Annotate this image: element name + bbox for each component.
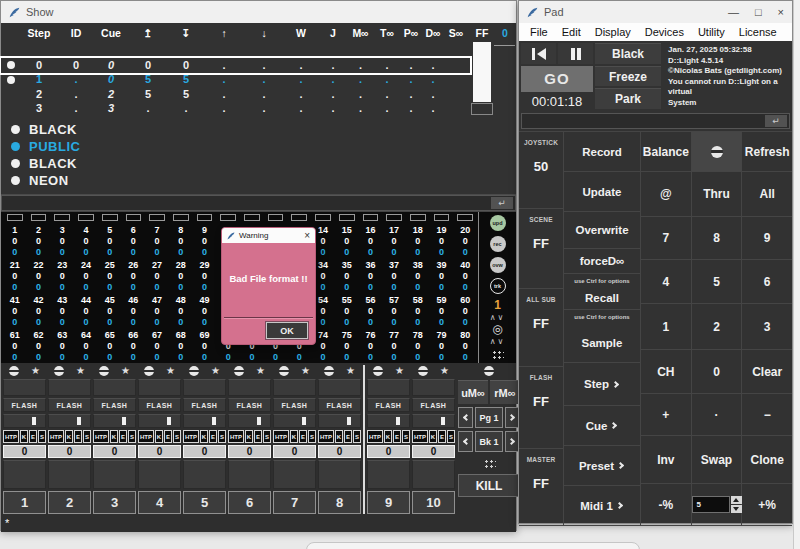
bank-prev-button[interactable] — [458, 431, 473, 452]
spinner[interactable]: 5 — [692, 496, 742, 513]
ball-icon[interactable] — [9, 366, 19, 376]
key-2[interactable]: 2 — [692, 304, 743, 349]
strip-display[interactable] — [273, 379, 316, 396]
strip-display[interactable] — [138, 379, 181, 396]
black-button[interactable]: Black — [595, 43, 661, 64]
action-button-midi-1[interactable]: Midi 1 — [564, 486, 640, 526]
ball-icon[interactable] — [189, 366, 199, 376]
action-button-sample[interactable]: Sample — [564, 323, 640, 363]
park-button[interactable]: Park — [595, 88, 661, 109]
e-button[interactable]: E — [344, 430, 352, 443]
strip-slider[interactable] — [93, 414, 136, 428]
htp-button[interactable]: HTP — [93, 430, 109, 443]
channel-cell[interactable]: 2700 — [145, 260, 169, 293]
zero-slider-track[interactable] — [494, 45, 515, 46]
strip-button[interactable] — [48, 460, 91, 489]
key-8[interactable]: 8 — [692, 217, 743, 259]
freeze-button[interactable]: Freeze — [595, 66, 661, 87]
grid-view-icon[interactable] — [491, 349, 504, 361]
k-button[interactable]: K — [335, 430, 343, 443]
channel-cell[interactable]: 3700 — [382, 260, 406, 293]
channel-cell[interactable]: 7500 — [335, 330, 359, 363]
enter-icon[interactable]: ↵ — [765, 115, 787, 127]
k-button[interactable]: K — [200, 430, 208, 443]
close-button[interactable]: × — [778, 6, 784, 18]
ball-icon[interactable] — [484, 366, 494, 376]
channel-cell[interactable]: 700 — [145, 225, 169, 258]
e-button[interactable]: E — [74, 430, 82, 443]
k-button[interactable]: K — [245, 430, 253, 443]
s-button[interactable]: S — [308, 430, 316, 443]
strip-slider[interactable] — [228, 414, 271, 428]
star-icon[interactable]: ★ — [166, 366, 175, 376]
strip-button[interactable] — [3, 460, 46, 489]
s-button[interactable]: S — [402, 430, 410, 443]
key-All[interactable]: All — [742, 172, 792, 216]
strip-slider[interactable] — [318, 414, 361, 428]
channel-cell[interactable]: 7800 — [406, 330, 430, 363]
channel-cell[interactable]: 300 — [50, 225, 74, 258]
channel-cell[interactable]: 200 — [27, 225, 51, 258]
strip-button[interactable] — [273, 460, 316, 489]
channel-cell[interactable]: 2300 — [50, 260, 74, 293]
e-button[interactable]: E — [393, 430, 401, 443]
strip-display[interactable] — [183, 379, 226, 396]
channel-cell[interactable]: 2600 — [122, 260, 146, 293]
menu-license[interactable]: License — [732, 26, 784, 38]
strip-slider[interactable] — [48, 414, 91, 428]
flash-button[interactable]: FLASH — [3, 398, 46, 412]
key-Balance[interactable]: Balance — [641, 132, 692, 171]
k-button[interactable]: K — [110, 430, 118, 443]
update-mode-icon[interactable]: upd — [490, 215, 506, 231]
strip-number-button[interactable]: 10 — [412, 491, 455, 514]
strip-button[interactable] — [367, 460, 410, 489]
key-3[interactable]: 3 — [742, 304, 792, 349]
star-icon[interactable]: ★ — [395, 366, 404, 376]
channel-cell[interactable]: 4500 — [98, 295, 122, 328]
dialog-close-icon[interactable]: × — [304, 231, 310, 241]
s-button[interactable]: S — [263, 430, 271, 443]
strip-display[interactable] — [367, 379, 410, 396]
key-Inv[interactable]: Inv — [641, 436, 692, 483]
channel-cell[interactable]: 5900 — [430, 295, 454, 328]
strip-slider[interactable] — [412, 414, 455, 428]
channel-cell[interactable]: 6300 — [50, 330, 74, 363]
key-5[interactable]: 5 — [692, 260, 743, 303]
action-button-step[interactable]: Step — [564, 363, 640, 406]
page-prev-button[interactable] — [458, 407, 473, 428]
strip-button[interactable] — [228, 460, 271, 489]
channel-cell[interactable]: 1900 — [430, 225, 454, 258]
key-Refresh[interactable]: Refresh — [742, 132, 792, 171]
channel-cell[interactable]: 2400 — [74, 260, 98, 293]
channel-cell[interactable]: 2800 — [169, 260, 193, 293]
go-button[interactable]: GO — [521, 66, 593, 91]
htp-button[interactable]: HTP — [228, 430, 244, 443]
strip-slider[interactable] — [3, 414, 46, 428]
action-button-recall[interactable]: Recall — [564, 287, 640, 310]
channel-cell[interactable]: 8000 — [453, 330, 477, 363]
strip-slider[interactable] — [138, 414, 181, 428]
target-up-down-icon[interactable]: ∧∨ — [490, 336, 506, 347]
channel-cell[interactable]: 2900 — [193, 260, 217, 293]
star-icon[interactable]: ★ — [440, 366, 449, 376]
record-mode-icon[interactable]: rec — [490, 236, 506, 252]
key-Clone[interactable]: Clone — [742, 436, 792, 483]
channel-cell[interactable]: 5800 — [406, 295, 430, 328]
k-button[interactable]: K — [155, 430, 163, 443]
strip-number-button[interactable]: 5 — [183, 491, 226, 514]
minimize-button[interactable]: — — [728, 6, 739, 18]
htp-button[interactable]: HTP — [273, 430, 289, 443]
strip-number-button[interactable]: 4 — [138, 491, 181, 514]
target-icon[interactable]: ◎ — [492, 323, 502, 336]
pad-command-input[interactable]: ↵ — [521, 113, 790, 129]
k-button[interactable]: K — [290, 430, 298, 443]
strip-display[interactable] — [3, 379, 46, 396]
strip-display[interactable] — [93, 379, 136, 396]
htp-button[interactable]: HTP — [3, 430, 19, 443]
key-+%[interactable]: +% — [742, 484, 792, 525]
star-icon[interactable]: ★ — [346, 366, 355, 376]
cue-list-item[interactable]: BLACK — [1, 121, 516, 138]
spinner-value[interactable]: 5 — [692, 496, 730, 513]
slider-handle[interactable] — [167, 417, 171, 425]
cue-row[interactable]: 1.055........ — [1, 73, 470, 88]
